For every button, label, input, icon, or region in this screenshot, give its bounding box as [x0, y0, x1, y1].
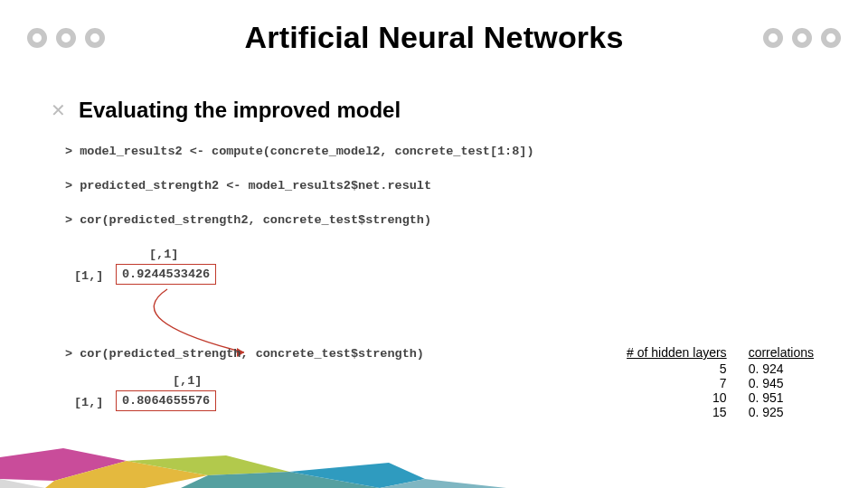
- table-header-row: # of hidden layers correlations: [616, 345, 825, 361]
- cell-hidden: 15: [616, 405, 738, 419]
- ring-icon: [792, 28, 812, 48]
- cell-corr: 0. 924: [738, 361, 825, 376]
- code-line: > cor(predicted_strength2, concrete_test…: [65, 213, 431, 227]
- code-output-header: [,1]: [173, 374, 202, 388]
- code-line: > predicted_strength2 <- model_results2$…: [65, 179, 431, 192]
- decor-rings-left: [27, 28, 105, 48]
- code-line: > model_results2 <- compute(concrete_mod…: [65, 145, 533, 158]
- ring-icon: [27, 28, 47, 48]
- ring-icon: [85, 28, 105, 48]
- table-row: 5 0. 924: [616, 361, 825, 376]
- bullet-text: Evaluating the improved model: [79, 98, 401, 123]
- correlation-value-box: 0.8064655576: [116, 390, 216, 411]
- table-row: 15 0. 925: [616, 405, 825, 419]
- table-row: 7 0. 945: [616, 376, 825, 390]
- code-output-rowlabel: [1,]: [74, 396, 103, 409]
- comparison-table: # of hidden layers correlations 5 0. 924…: [616, 345, 825, 419]
- ring-icon: [763, 28, 783, 48]
- decor-rings-right: [763, 28, 841, 48]
- footer-decor: [0, 448, 868, 488]
- table-row: 10 0. 951: [616, 390, 825, 405]
- code-line: > cor(predicted_strength, concrete_test$…: [65, 347, 424, 361]
- code-output-rowlabel: [1,]: [74, 269, 103, 283]
- bullet-glyph-icon: ✕: [51, 99, 66, 121]
- cell-hidden: 5: [616, 361, 738, 376]
- svg-marker-7: [0, 479, 45, 488]
- cell-corr: 0. 945: [738, 376, 825, 390]
- col-hidden-header: # of hidden layers: [616, 345, 738, 361]
- cell-hidden: 10: [616, 390, 738, 405]
- page-title: Artificial Neural Networks: [245, 20, 624, 55]
- bullet-item: ✕ Evaluating the improved model: [51, 98, 401, 123]
- ring-icon: [821, 28, 841, 48]
- ring-icon: [56, 28, 76, 48]
- correlation-value-box: 0.9244533426: [116, 264, 216, 285]
- cell-corr: 0. 951: [738, 390, 825, 405]
- cell-hidden: 7: [616, 376, 738, 390]
- slide-header: Artificial Neural Networks: [0, 20, 868, 55]
- col-corr-header: correlations: [738, 345, 825, 361]
- cell-corr: 0. 925: [738, 405, 825, 419]
- slide: Artificial Neural Networks ✕ Evaluating …: [0, 0, 868, 488]
- code-output-header: [,1]: [149, 248, 178, 261]
